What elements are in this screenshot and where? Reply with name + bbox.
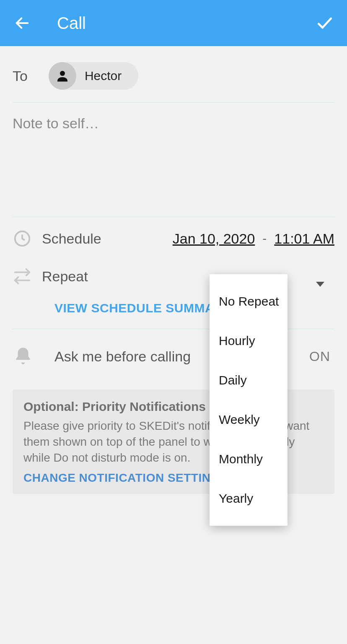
- contact-name: Hector: [85, 69, 122, 83]
- repeat-option-monthly[interactable]: Monthly: [210, 439, 287, 479]
- schedule-row: Schedule Jan 10, 2020 - 11:01 AM: [13, 220, 334, 257]
- app-header: Call: [0, 0, 347, 46]
- svg-point-1: [60, 71, 65, 76]
- bell-icon: [13, 346, 54, 367]
- back-button[interactable]: [12, 13, 33, 34]
- ask-state: ON: [309, 349, 330, 364]
- divider: [13, 102, 334, 103]
- divider: [13, 217, 334, 217]
- page-title: Call: [57, 14, 314, 33]
- schedule-dash: -: [262, 231, 267, 246]
- repeat-option-daily[interactable]: Daily: [210, 361, 287, 400]
- avatar: [49, 62, 76, 90]
- arrow-left-icon: [14, 15, 31, 31]
- chevron-down-icon: [316, 282, 324, 287]
- schedule-time[interactable]: 11:01 AM: [274, 231, 334, 247]
- schedule-date[interactable]: Jan 10, 2020: [173, 231, 255, 247]
- repeat-option-hourly[interactable]: Hourly: [210, 321, 287, 361]
- person-icon: [55, 68, 70, 83]
- schedule-label: Schedule: [42, 231, 101, 247]
- to-label: To: [13, 68, 28, 84]
- note-input[interactable]: Note to self…: [13, 105, 334, 214]
- repeat-option-no-repeat[interactable]: No Repeat: [210, 282, 287, 321]
- clock-icon: [13, 229, 42, 248]
- repeat-option-yearly[interactable]: Yearly: [210, 479, 287, 518]
- to-row: To Hector: [13, 46, 334, 100]
- check-icon: [316, 14, 334, 32]
- repeat-option-weekly[interactable]: Weekly: [210, 400, 287, 439]
- repeat-dropdown-caret[interactable]: [316, 282, 324, 287]
- contact-chip[interactable]: Hector: [49, 62, 138, 90]
- confirm-button[interactable]: [314, 13, 335, 34]
- repeat-icon: [13, 267, 42, 286]
- repeat-dropdown-menu: No Repeat Hourly Daily Weekly Monthly Ye…: [210, 274, 287, 526]
- repeat-label: Repeat: [42, 268, 88, 285]
- note-placeholder: Note to self…: [13, 115, 334, 132]
